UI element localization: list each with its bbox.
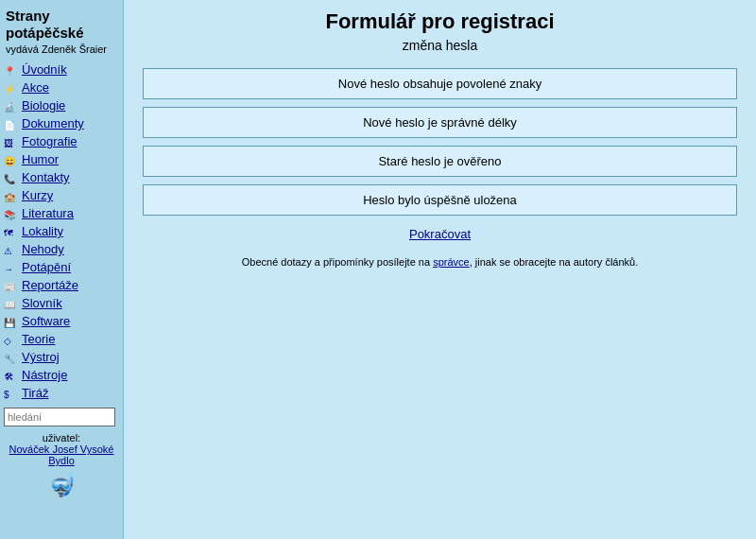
status-text-1: Nové heslo obsahuje povolené znaky	[338, 77, 541, 91]
status-box-3: Staré heslo je ověřeno	[143, 146, 737, 177]
continue-section: Pokračovat	[143, 227, 737, 241]
photo-icon	[4, 135, 19, 148]
sidebar-label-slovnik: Slovník	[22, 296, 62, 310]
sidebar-item-software[interactable]: Software	[0, 312, 123, 330]
sidebar-label-kontakty: Kontakty	[22, 170, 70, 184]
sidebar-item-uvodnik[interactable]: Úvodník	[0, 61, 123, 78]
sidebar-item-nastroje[interactable]: Nástroje	[0, 366, 123, 384]
sidebar-label-dokumenty: Dokumenty	[22, 116, 84, 130]
sidebar-item-literatura[interactable]: Literatura	[0, 204, 123, 222]
sidebar-item-tiraz[interactable]: Tiráž	[0, 384, 123, 402]
vystroj-icon	[4, 351, 19, 364]
sidebar-item-dokumenty[interactable]: Dokumenty	[0, 114, 123, 132]
soft-icon	[4, 315, 19, 328]
footer-note: Obecné dotazy a připomínky posílejte na …	[143, 256, 737, 268]
sidebar-item-kurzy[interactable]: Kurzy	[0, 186, 123, 204]
status-text-3: Staré heslo je ověřeno	[378, 154, 501, 168]
nastroje-icon	[4, 369, 19, 382]
sidebar-item-nehody[interactable]: Nehody	[0, 240, 123, 258]
user-info: uživatel: Nováček Josef Vysoké Bydlo	[0, 432, 123, 466]
search-input[interactable]	[4, 408, 115, 426]
sidebar-item-akce[interactable]: Akce	[0, 78, 123, 96]
sidebar-label-akce: Akce	[22, 80, 49, 95]
status-box-4: Heslo bylo úspěšně uložena	[143, 184, 737, 216]
sidebar-item-teorie[interactable]: Teorie	[0, 330, 123, 348]
loc-icon	[4, 225, 19, 238]
nehody-icon	[4, 243, 19, 256]
page-subtitle: změna hesla	[143, 38, 737, 53]
sidebar-label-tiraz: Tiráž	[22, 386, 48, 400]
status-text-2: Nové heslo je správné délky	[363, 115, 517, 130]
teorie-icon	[4, 333, 19, 346]
continue-link[interactable]: Pokračovat	[409, 227, 471, 241]
sidebar-item-biologie[interactable]: Biologie	[0, 96, 123, 114]
sidebar-item-kontakty[interactable]: Kontakty	[0, 168, 123, 186]
sidebar-item-lokality[interactable]: Lokality	[0, 222, 123, 240]
site-subtitle: vydává Zdeněk Šraier	[0, 43, 123, 61]
lit-icon	[4, 207, 19, 220]
kurzy-icon	[4, 189, 19, 202]
status-box-1: Nové heslo obsahuje povolené znaky	[143, 68, 737, 99]
sidebar: Strany potápěčské vydává Zdeněk Šraier Ú…	[0, 0, 123, 539]
sidebar-label-software: Software	[22, 314, 70, 328]
sidebar-label-fotografie: Fotografie	[22, 134, 77, 148]
footer-text-before: Obecné dotazy a připomínky posílejte na	[242, 256, 433, 268]
sidebar-item-vystroj[interactable]: Výstroj	[0, 348, 123, 366]
sidebar-label-literatura: Literatura	[22, 206, 74, 220]
potapeni-icon	[4, 261, 19, 274]
footer-text-after: , jinak se obracejte na autory článků.	[470, 256, 639, 268]
sidebar-label-potapeni: Potápění	[22, 260, 71, 274]
spravce-link[interactable]: správce	[433, 256, 470, 268]
sidebar-item-fotografie[interactable]: Fotografie	[0, 132, 123, 150]
sidebar-label-biologie: Biologie	[22, 98, 65, 113]
contact-icon	[4, 171, 19, 184]
user-link[interactable]: Nováček Josef Vysoké Bydlo	[9, 443, 114, 466]
sidebar-label-humor: Humor	[22, 152, 59, 166]
page-title: Formulář pro registraci	[143, 9, 737, 34]
site-title: Strany potápěčské	[0, 4, 123, 43]
sidebar-item-slovnik[interactable]: Slovník	[0, 294, 123, 312]
slov-icon	[4, 297, 19, 310]
humor-icon	[4, 153, 19, 166]
doc-icon	[4, 117, 19, 130]
sidebar-label-vystroj: Výstroj	[22, 350, 60, 364]
sidebar-label-reportaze: Reportáže	[22, 278, 78, 292]
sidebar-item-reportaze[interactable]: Reportáže	[0, 276, 123, 294]
sidebar-label-teorie: Teorie	[22, 332, 55, 346]
search-box	[4, 408, 119, 426]
bio-icon	[4, 99, 19, 113]
diver-icon: 🤿	[0, 472, 123, 498]
sidebar-label-lokality: Lokality	[22, 224, 63, 238]
pin-icon	[4, 63, 19, 77]
rep-icon	[4, 279, 19, 292]
status-text-4: Heslo bylo úspěšně uložena	[363, 193, 517, 207]
main-content: Formulář pro registraci změna hesla Nové…	[123, 0, 756, 539]
sidebar-label-kurzy: Kurzy	[22, 188, 53, 202]
tiraz-icon	[4, 387, 19, 400]
sidebar-item-potapeni[interactable]: Potápění	[0, 258, 123, 276]
lightning-icon	[4, 81, 19, 95]
sidebar-label-nastroje: Nástroje	[22, 368, 67, 382]
sidebar-item-humor[interactable]: Humor	[0, 150, 123, 168]
user-label: uživatel:	[4, 432, 119, 443]
sidebar-label-nehody: Nehody	[22, 242, 64, 256]
sidebar-label-uvodnik: Úvodník	[22, 62, 67, 77]
status-box-2: Nové heslo je správné délky	[143, 107, 737, 138]
